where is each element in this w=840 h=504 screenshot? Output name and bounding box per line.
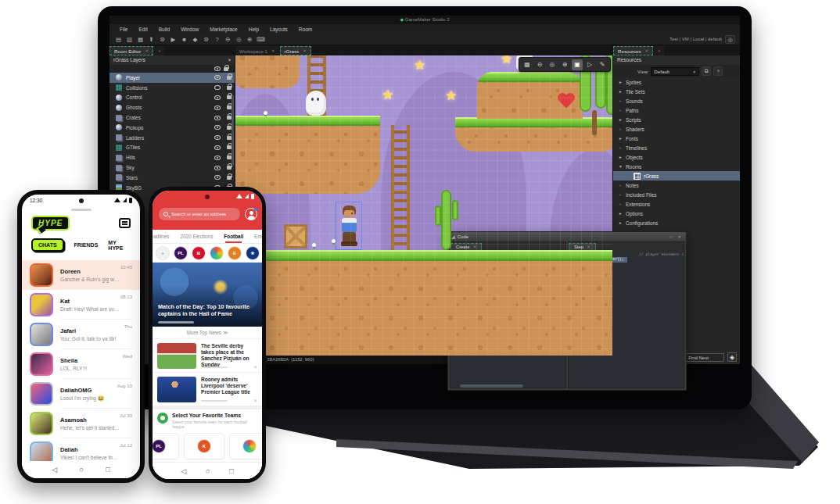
close-icon[interactable]: ✕ (645, 48, 649, 53)
right-island-platform[interactable] (455, 117, 612, 152)
tree-row[interactable]: ▸ Shaders (613, 124, 740, 134)
team-card[interactable]: K (184, 433, 224, 459)
stop-icon[interactable]: ■ (179, 35, 189, 44)
eye-icon[interactable] (214, 105, 221, 110)
zoom-in-icon[interactable]: ⊕ (245, 35, 255, 44)
zoom-reset-icon[interactable]: ◎ (547, 59, 558, 70)
expand-arrow-icon[interactable]: ▸ (619, 155, 626, 159)
add-tab-icon[interactable]: ＋ (654, 46, 664, 55)
category-tab[interactable]: 2020 Elections (180, 234, 213, 239)
hype-tab[interactable]: FRIENDS (74, 242, 99, 248)
window-buttons[interactable]: ▭ ✕ (669, 234, 683, 239)
eye-icon[interactable] (214, 125, 221, 130)
eye-icon[interactable] (214, 145, 221, 150)
menu-item[interactable]: File (114, 27, 133, 32)
settings-icon[interactable]: ⚙ (201, 35, 211, 44)
lock-icon[interactable] (224, 67, 228, 71)
hype-tab[interactable]: CHATS (31, 238, 64, 252)
expand-arrow-icon[interactable]: ▸ (619, 80, 626, 84)
left-island-platform[interactable] (235, 116, 380, 194)
home-icon[interactable]: ○ (80, 466, 84, 474)
news-card[interactable]: Rooney admits Liverpool 'deserve' Premie… (153, 373, 262, 406)
dismiss-icon[interactable]: ✕ (253, 398, 257, 403)
player-sprite-selected[interactable] (336, 202, 362, 250)
tree-row[interactable]: ▸ Options (613, 209, 740, 218)
expand-arrow-icon[interactable]: ▸ (619, 136, 626, 141)
team-card[interactable]: PL (149, 433, 179, 459)
add-tab-icon[interactable]: ＋ (154, 46, 164, 55)
category-tab[interactable]: Entertainment (254, 234, 262, 239)
lock-icon[interactable] (227, 166, 232, 170)
add-icon[interactable]: ＋ (713, 66, 723, 76)
room-canvas[interactable]: ★ ★ ★ ★ (235, 55, 612, 356)
expand-arrow-icon[interactable]: ▸ (619, 89, 626, 94)
layer-row[interactable]: Player (109, 73, 235, 83)
help-icon[interactable]: ? (212, 35, 222, 44)
expand-arrow-icon[interactable]: ▸ (619, 211, 626, 216)
home-icon[interactable]: ○ (206, 467, 210, 475)
lock-icon[interactable] (227, 176, 232, 180)
tab-room-editor[interactable]: Room Editor✕ (109, 46, 153, 55)
tree-row[interactable]: ▸ Tile Sets (613, 87, 740, 96)
menu-item[interactable]: Help (243, 27, 264, 32)
expand-arrow-icon[interactable]: ▸ (619, 202, 626, 206)
layer-row[interactable]: Control (109, 93, 235, 103)
category-tab[interactable]: Headlines (149, 234, 169, 239)
close-icon[interactable]: ✕ (303, 48, 307, 53)
search-options-icon[interactable]: ◈ (727, 352, 737, 362)
new-chat-icon[interactable] (119, 218, 131, 228)
tree-row[interactable]: ▸ Sprites (613, 77, 740, 87)
code-window-titlebar[interactable]: ◢ Code ▭ ✕ (448, 232, 686, 241)
tree-row[interactable]: ▸ Included Files (613, 190, 740, 199)
back-icon[interactable]: ◁ (52, 466, 57, 474)
target-manager-icon[interactable]: ◎ (725, 35, 735, 44)
chat-row[interactable]: Kat Draft: Hey! What are you up to? 08:1… (22, 290, 140, 320)
dismiss-icon[interactable]: ✕ (253, 364, 257, 370)
back-icon[interactable]: ◁ (181, 467, 186, 475)
champions-icon[interactable]: ★ (246, 246, 260, 260)
tree-row[interactable]: ▸ Scripts (613, 115, 740, 124)
layer-row[interactable]: Ghosts (109, 102, 235, 113)
expand-arrow-icon[interactable]: ▸ (619, 108, 626, 113)
zoom-out-icon[interactable]: ⊖ (534, 59, 545, 70)
new-file-icon[interactable]: ▤ (113, 35, 124, 44)
fit-view-icon[interactable]: ▣ (572, 59, 583, 70)
zoom-out-icon[interactable]: ⊖ (223, 35, 233, 44)
layer-row[interactable]: Ladders (109, 133, 235, 143)
close-icon[interactable]: ✕ (145, 48, 149, 53)
eye-icon[interactable] (214, 175, 221, 180)
zoom-in-icon[interactable]: ⊕ (559, 59, 570, 70)
save-icon[interactable]: ▦ (135, 35, 145, 44)
brush-icon[interactable]: ✎ (597, 59, 608, 70)
view-select[interactable]: Default▼ (651, 67, 699, 76)
chat-row[interactable]: Daliah Yikes! I can't believe that we fi… (22, 438, 140, 461)
export-icon[interactable]: ⬆ (146, 35, 156, 44)
expand-arrow-icon[interactable]: ▸ (627, 173, 634, 178)
news-card[interactable]: The Seville derby takes place at the Sán… (153, 339, 262, 373)
layers-header[interactable]: rGrass Layers▾ (109, 55, 235, 65)
expand-arrow-icon[interactable]: ▸ (619, 220, 626, 225)
expand-arrow-icon[interactable]: ▸ (619, 183, 626, 188)
play-icon[interactable]: ▷ (584, 59, 595, 70)
gamepad-icon[interactable]: ⌨ (256, 35, 266, 44)
chat-row[interactable]: DaliahOMG Loool I'm crying 😂 Aug 10 (22, 379, 140, 409)
tree-row[interactable]: ▸ Timelines (613, 143, 740, 152)
layer-row[interactable]: Hills (109, 152, 235, 163)
expand-arrow-icon[interactable]: ▸ (619, 127, 626, 131)
ghost-sprite[interactable] (306, 91, 326, 116)
tree-row[interactable]: ▸ Sounds (613, 96, 740, 105)
tree-row[interactable]: ▸ Objects (613, 152, 740, 162)
collapse-icon[interactable]: ◢ (451, 234, 455, 239)
expand-arrow-icon[interactable]: ▾ (619, 164, 626, 169)
eredivisie-icon[interactable]: E (228, 246, 242, 260)
tab-resources[interactable]: Resources✕ (613, 46, 653, 55)
workspace-tab[interactable]: Workspace 1✕ (235, 46, 279, 55)
ground-platform[interactable] (235, 250, 612, 356)
clean-icon[interactable]: ⚙ (157, 35, 167, 44)
star-sprite[interactable]: ★ (382, 87, 393, 103)
eye-icon[interactable] (214, 155, 221, 160)
close-icon[interactable]: ✕ (271, 48, 275, 53)
layer-row[interactable]: Crates (109, 113, 235, 123)
layer-row[interactable]: Sky (109, 163, 235, 173)
grid-icon[interactable]: ▦ (522, 59, 533, 70)
